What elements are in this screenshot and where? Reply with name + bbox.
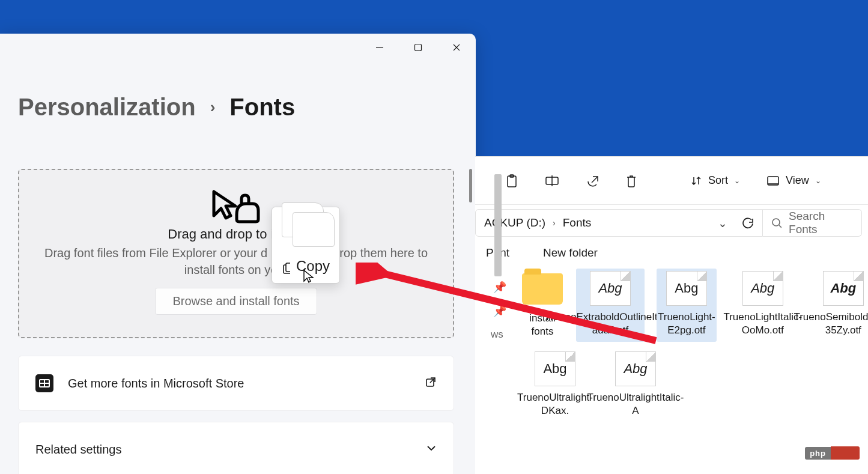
svg-line-13 — [779, 225, 782, 228]
crumb-folder[interactable]: Fonts — [563, 216, 592, 229]
close-button[interactable] — [437, 34, 476, 61]
chevron-down-icon — [426, 443, 437, 457]
font-file-icon: Abg — [823, 271, 864, 306]
drag-ghost-tooltip: Copy — [272, 207, 340, 284]
delete-button[interactable] — [625, 174, 637, 187]
pin-icon: 📌 — [493, 305, 506, 318]
search-placeholder: Search Fonts — [789, 210, 853, 236]
font-file-item[interactable]: AbgTruenoLightItalic-OoMo.otf — [729, 269, 797, 342]
breadcrumb-current: Fonts — [229, 94, 295, 121]
chevron-down-icon[interactable]: ⌄ — [718, 216, 727, 230]
search-icon — [771, 217, 782, 228]
font-file-item[interactable]: AbgTruenoSemiboldItalic-35Zy.otf — [809, 269, 868, 342]
share-button[interactable] — [586, 174, 599, 187]
settings-window: Personalization › Fonts Drag and drop to… — [0, 34, 476, 474]
font-file-icon: Abg — [535, 351, 575, 386]
window-title-buttons — [360, 34, 476, 61]
chevron-right-icon: › — [553, 218, 556, 228]
store-icon — [35, 374, 53, 392]
browse-fonts-button[interactable]: Browse and install fonts — [155, 288, 317, 315]
file-label: TruenoUltralight-DKax. — [517, 391, 593, 418]
file-grid: 📌 📌 ws install fontsAbgTruenoExtraboldOu… — [493, 269, 868, 421]
rename-button[interactable] — [545, 174, 559, 187]
card-label: Related settings — [35, 443, 426, 457]
scrollbar-thumb[interactable] — [469, 169, 472, 202]
card-related-settings[interactable]: Related settings — [18, 422, 454, 474]
file-row: install fontsAbgTruenoExtraboldOutlineIt… — [521, 269, 868, 342]
svg-rect-1 — [415, 44, 422, 51]
truncated-label: ws — [491, 329, 503, 341]
breadcrumb: Personalization › Fonts — [18, 94, 295, 121]
search-input[interactable]: Search Fonts — [763, 209, 862, 237]
paste-button[interactable] — [505, 174, 518, 188]
folder-icon — [522, 273, 563, 305]
minimize-button[interactable] — [360, 34, 399, 61]
font-file-icon: Abg — [590, 271, 631, 306]
font-file-icon: Abg — [615, 351, 656, 386]
address-bar[interactable]: ACKUP (D:) › Fonts ⌄ — [475, 209, 763, 237]
file-explorer-window: Sort⌄ View⌄ ACKUP (D:) › Fonts ⌄ Search … — [475, 156, 868, 474]
file-row: AbgTruenoUltralight-DKax.AbgTruenoUltral… — [521, 349, 868, 421]
font-file-item[interactable]: AbgTruenoExtraboldOutlineItalic-adaJ.otf — [576, 269, 645, 342]
file-label: TruenoLightItalic-OoMo.otf — [723, 311, 802, 337]
drag-cursor-icon — [210, 188, 262, 224]
address-bar-row: ACKUP (D:) › Fonts ⌄ Search Fonts — [475, 205, 868, 241]
chevron-right-icon: › — [210, 98, 216, 117]
svg-rect-5 — [286, 263, 290, 272]
explorer-scrollbar[interactable] — [494, 174, 502, 276]
font-file-icon: Abg — [742, 271, 783, 306]
file-label: TruenoLight-E2pg.otf — [658, 311, 715, 337]
font-file-item[interactable]: AbgTruenoLight-E2pg.otf — [657, 269, 717, 342]
crumb-drive[interactable]: ACKUP (D:) — [484, 216, 545, 229]
command-bar: Print New folder — [475, 241, 868, 265]
pin-icon: 📌 — [493, 281, 506, 294]
font-file-item[interactable]: AbgTruenoUltralightItalic-A — [601, 349, 670, 421]
refresh-button[interactable] — [742, 217, 754, 229]
font-file-item[interactable]: AbgTruenoUltralight-DKax. — [521, 349, 589, 421]
cmd-new-folder[interactable]: New folder — [543, 246, 598, 260]
breadcrumb-parent[interactable]: Personalization — [18, 94, 196, 121]
sort-button[interactable]: Sort⌄ — [690, 174, 740, 187]
font-file-icon: Abg — [666, 271, 707, 306]
drop-zone-description: Drag font files from File Explorer or yo… — [26, 245, 446, 278]
svg-point-12 — [772, 219, 780, 226]
file-label: TruenoSemiboldItalic-35Zy.otf — [794, 311, 868, 337]
font-drop-zone[interactable]: Drag and drop to install Drag font files… — [18, 169, 454, 338]
card-get-more-fonts[interactable]: Get more fonts in Microsoft Store — [18, 356, 454, 411]
drag-action-label: Copy — [296, 258, 330, 275]
maximize-button[interactable] — [399, 34, 437, 61]
open-external-icon — [425, 376, 437, 391]
card-label: Get more fonts in Microsoft Store — [68, 377, 425, 390]
file-label: TruenoUltralightItalic-A — [587, 391, 684, 418]
view-button[interactable]: View⌄ — [766, 174, 821, 187]
explorer-toolbar: Sort⌄ View⌄ — [475, 157, 868, 205]
copy-icon — [282, 261, 290, 275]
watermark-badge: php — [805, 446, 860, 460]
